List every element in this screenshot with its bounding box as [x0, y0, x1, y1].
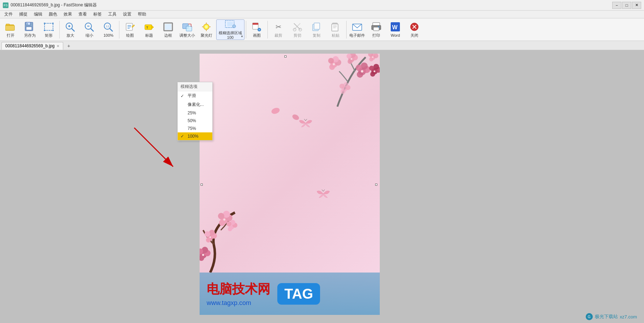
- menu-bar: 文件 捕捉 编辑 颜色 效果 查看 标签 工具 设置 帮助: [0, 11, 644, 18]
- lasso-blur-button[interactable]: 模糊选择区域100 ▼: [216, 19, 244, 40]
- toolbar: 打开 另存为 矩形: [0, 18, 644, 41]
- svg-point-81: [351, 58, 353, 60]
- svg-rect-59: [333, 28, 336, 28]
- close-tool-label: 关闭: [410, 33, 418, 37]
- lasso-icon: [225, 19, 236, 30]
- svg-rect-54: [314, 23, 320, 29]
- spotlight-button[interactable]: 聚光灯: [197, 19, 215, 40]
- svg-point-96: [373, 64, 379, 70]
- resize-button[interactable]: 调整大小: [178, 19, 196, 40]
- svg-point-122: [209, 237, 211, 238]
- zoom-out-button[interactable]: 缩小: [80, 19, 99, 40]
- svg-point-98: [370, 72, 375, 77]
- svg-point-99: [374, 71, 376, 72]
- svg-rect-46: [253, 23, 258, 25]
- separator-3: [246, 21, 246, 38]
- tag-badge: TAG: [277, 283, 320, 305]
- pct25-option[interactable]: 25%: [178, 109, 212, 117]
- svg-point-133: [228, 227, 232, 231]
- open-button[interactable]: 打开: [1, 19, 20, 40]
- pixelate-option[interactable]: 像素化...: [178, 100, 212, 109]
- dropdown-header: 模糊选项: [178, 82, 212, 91]
- draw-button[interactable]: 绘图: [121, 19, 139, 40]
- svg-rect-2: [5, 25, 14, 30]
- close-tool-button[interactable]: 关闭: [405, 19, 424, 40]
- svg-line-18: [91, 29, 94, 31]
- cut-icon: [292, 21, 303, 32]
- paste-button[interactable]: 粘贴: [326, 19, 345, 40]
- svg-point-103: [339, 84, 344, 89]
- smooth-checkmark: ✓: [181, 94, 185, 98]
- label-button[interactable]: T 标题: [140, 19, 158, 40]
- svg-text:W: W: [392, 24, 398, 30]
- border-button[interactable]: 边框: [159, 19, 177, 40]
- menu-help[interactable]: 帮助: [135, 11, 149, 18]
- pixelate-label: 像素化...: [188, 102, 204, 108]
- pct100-option[interactable]: ✓ 100%: [178, 132, 212, 140]
- email-button[interactable]: 电子邮件: [348, 19, 366, 40]
- zoom-100-button[interactable]: 1:1 100%: [99, 19, 118, 40]
- menu-file[interactable]: 文件: [1, 11, 16, 18]
- svg-rect-6: [27, 23, 28, 25]
- save-as-button[interactable]: 另存为: [20, 19, 39, 40]
- menu-capture[interactable]: 捕捉: [16, 11, 30, 18]
- menu-settings[interactable]: 设置: [120, 11, 134, 18]
- add-tab-button[interactable]: +: [65, 42, 72, 50]
- svg-rect-63: [373, 27, 379, 31]
- rect-button[interactable]: 矩形: [40, 19, 58, 40]
- print-button[interactable]: 打印: [367, 19, 385, 40]
- paint-button[interactable]: 画图: [248, 19, 266, 40]
- cut-button[interactable]: 剪切: [288, 19, 307, 40]
- zoom-100-icon: 1:1: [103, 21, 114, 32]
- menu-edit[interactable]: 编辑: [31, 11, 45, 18]
- maximize-button[interactable]: □: [622, 2, 631, 9]
- svg-point-93: [372, 56, 373, 58]
- svg-point-48: [259, 29, 260, 30]
- lasso-dropdown-arrow: ▼: [241, 35, 243, 38]
- word-button[interactable]: W Word: [386, 19, 404, 40]
- label-icon: T: [143, 21, 155, 32]
- menu-tag[interactable]: 标签: [90, 11, 105, 18]
- zoom-in-icon: [65, 21, 76, 32]
- tab-close-button[interactable]: ✕: [57, 44, 59, 48]
- pct50-option[interactable]: 50%: [178, 117, 212, 125]
- smooth-option[interactable]: ✓ 平滑: [178, 91, 212, 100]
- brand-text: 极光下载站: [595, 313, 618, 320]
- copy-button[interactable]: 复制: [307, 19, 326, 40]
- svg-line-21: [110, 29, 113, 31]
- menu-view[interactable]: 查看: [76, 11, 90, 18]
- image-canvas: 电脑技术网 www.tagxp.com TAG: [200, 54, 380, 315]
- svg-rect-43: [227, 22, 233, 26]
- minimize-button[interactable]: −: [612, 2, 621, 9]
- menu-effect[interactable]: 效果: [61, 11, 75, 18]
- menu-color[interactable]: 颜色: [46, 11, 60, 18]
- lasso-label: 模糊选择区域100: [218, 31, 243, 39]
- print-icon: [371, 21, 382, 32]
- pct25-label: 25%: [188, 110, 196, 115]
- title-bar: FS 0008118446926569_b.jpg - FastStone 编辑…: [0, 0, 644, 11]
- watermark-area: 电脑技术网 www.tagxp.com TAG: [200, 273, 380, 315]
- save-as-icon: [24, 21, 35, 32]
- selection-handle-top: [284, 55, 286, 58]
- word-label: Word: [391, 33, 400, 37]
- svg-point-87: [361, 70, 364, 73]
- svg-point-121: [206, 238, 211, 243]
- zoom-in-button[interactable]: 放大: [61, 19, 79, 40]
- open-label: 打开: [7, 33, 14, 37]
- crop-icon: ✂: [273, 21, 284, 32]
- menu-tool[interactable]: 工具: [105, 11, 119, 18]
- crop-button[interactable]: ✂ 裁剪: [269, 19, 288, 40]
- svg-rect-5: [26, 27, 32, 30]
- paste-icon: [330, 21, 341, 32]
- main-tab[interactable]: 0008118446926569_b.jpg ✕: [1, 42, 63, 50]
- svg-point-44: [232, 25, 236, 28]
- separator-2: [119, 21, 119, 38]
- svg-rect-7: [45, 23, 53, 30]
- separator-4: [267, 21, 268, 38]
- zoom-out-label: 缩小: [85, 33, 93, 37]
- arrow-annotation: [113, 124, 184, 177]
- pct75-option[interactable]: 75%: [178, 125, 212, 132]
- close-window-button[interactable]: ✕: [632, 2, 641, 9]
- open-icon: [5, 21, 16, 32]
- rect-icon: [43, 21, 54, 32]
